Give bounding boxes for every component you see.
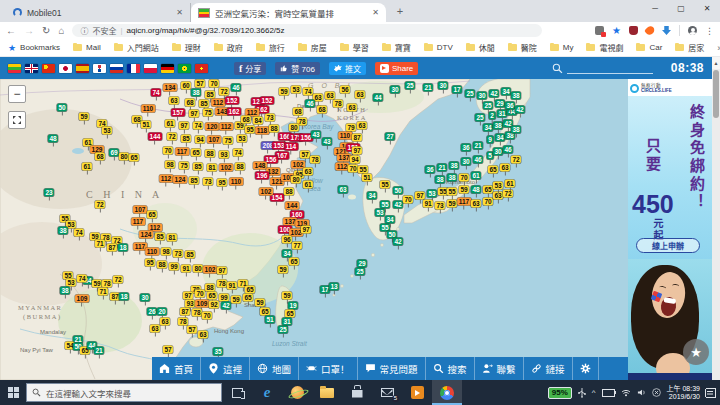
aqi-marker[interactable]: 74 — [74, 229, 84, 237]
media-player-icon[interactable] — [402, 380, 432, 405]
aqi-marker[interactable]: 69 — [109, 149, 119, 157]
star-badge-icon[interactable]: ★ — [683, 339, 709, 365]
tab-aqicn[interactable]: 亞洲空氣污染：實時空氣質量排 ✕ — [191, 3, 386, 22]
aqi-marker[interactable]: 34 — [501, 88, 511, 96]
aqi-marker[interactable]: 30 — [438, 82, 448, 90]
aqi-marker[interactable]: 65 — [488, 166, 498, 174]
aqi-marker[interactable]: 80 — [289, 124, 299, 132]
aqi-marker[interactable]: 51 — [265, 316, 275, 324]
scrollbar-thumb[interactable] — [713, 70, 719, 118]
aqi-marker[interactable]: 61 — [82, 163, 92, 171]
aqi-marker[interactable]: 99 — [219, 294, 229, 302]
aqi-marker[interactable]: 59 — [279, 88, 289, 96]
aqi-marker[interactable]: 78 — [178, 318, 188, 326]
aqi-marker[interactable]: 63 — [500, 164, 510, 172]
aqi-marker[interactable]: 30 — [390, 86, 400, 94]
aqi-marker[interactable]: 118 — [255, 127, 269, 135]
aqi-marker[interactable]: 157 — [171, 109, 185, 117]
aqi-marker[interactable]: 43 — [322, 138, 332, 146]
aqi-marker[interactable]: 55 — [358, 166, 368, 174]
germany-flag-icon[interactable] — [161, 64, 174, 73]
aqi-marker[interactable]: 35 — [213, 348, 223, 356]
bookmark-folder[interactable]: 寶寶 — [382, 42, 411, 53]
aqi-marker[interactable]: 53 — [427, 190, 437, 198]
aqi-marker[interactable]: 63 — [169, 97, 179, 105]
bookmark-folder[interactable]: Car — [636, 43, 662, 52]
aqi-marker[interactable]: 92 — [209, 301, 219, 309]
url-field[interactable]: ⓘ 不安全 | aqicn.org/map/hk/#@g/32.7039/120… — [72, 24, 542, 37]
aqi-marker[interactable]: 196 — [255, 172, 269, 180]
aqi-marker[interactable]: 80 — [193, 265, 203, 273]
aqi-marker[interactable]: 134 — [163, 84, 177, 92]
uk-flag-icon[interactable] — [25, 64, 38, 73]
battery-percent-badge[interactable]: 95% — [548, 387, 572, 399]
aqi-marker[interactable]: 44 — [373, 94, 383, 102]
aqi-marker[interactable]: 34 — [495, 134, 505, 142]
nav-item-pin[interactable]: 這裡 — [201, 357, 250, 380]
aqi-marker[interactable]: 34 — [282, 250, 292, 258]
aqi-marker[interactable]: 70 — [195, 290, 205, 298]
aqi-marker[interactable]: 120 — [205, 123, 219, 131]
aqi-marker[interactable]: 68 — [241, 116, 251, 124]
japan-flag-icon[interactable] — [59, 64, 72, 73]
tab-close-icon[interactable]: ✕ — [176, 8, 183, 17]
aqi-marker[interactable]: 63 — [355, 91, 365, 99]
aqi-marker[interactable]: 93 — [185, 300, 195, 308]
aqi-marker[interactable]: 68 — [185, 99, 195, 107]
aqi-marker[interactable]: 18 — [118, 244, 128, 252]
aqi-marker[interactable]: 73 — [435, 202, 445, 210]
aqi-marker[interactable]: 91 — [227, 282, 237, 290]
aqi-marker[interactable]: 25 — [483, 102, 493, 110]
aqi-marker[interactable]: 109 — [195, 300, 209, 308]
nav-item-gear[interactable] — [573, 357, 599, 380]
aqi-marker[interactable]: 71 — [95, 240, 105, 248]
france-flag-icon[interactable] — [127, 64, 140, 73]
page-scrollbar[interactable]: ▲ — [712, 57, 720, 380]
aqi-marker[interactable]: 71 — [98, 288, 108, 296]
aqi-marker[interactable]: 70 — [209, 80, 219, 88]
aqi-marker[interactable]: 78 — [217, 280, 227, 288]
aqi-marker[interactable]: 63 — [198, 331, 208, 339]
aqi-marker[interactable]: 38 — [493, 122, 503, 130]
aqi-marker[interactable]: 65 — [245, 286, 255, 294]
bookmark-folder[interactable]: 房屋 — [298, 42, 327, 53]
aqi-marker[interactable]: 114 — [284, 143, 298, 151]
aqi-marker[interactable]: 70 — [483, 198, 493, 206]
aqi-marker[interactable]: 102 — [219, 164, 233, 172]
aqi-marker[interactable]: 68 — [317, 106, 327, 114]
aqi-marker[interactable]: 117 — [131, 218, 145, 226]
profile-icon[interactable] — [688, 26, 697, 35]
aqi-marker[interactable]: 72 — [95, 201, 105, 209]
aqi-marker[interactable]: 88 — [235, 163, 245, 171]
extension-icon[interactable] — [595, 26, 604, 35]
aqi-marker[interactable]: 78 — [310, 156, 320, 164]
download-extension-icon[interactable] — [662, 26, 671, 35]
spain-flag-icon[interactable] — [76, 64, 89, 73]
aqi-marker[interactable]: 110 — [141, 105, 155, 113]
aqi-marker[interactable]: 70 — [202, 312, 212, 320]
aqi-marker[interactable]: 38 — [191, 89, 201, 97]
aqi-marker[interactable]: 162 — [227, 108, 241, 116]
site-search[interactable] — [552, 63, 653, 74]
usb-icon[interactable] — [578, 388, 586, 398]
aqi-marker[interactable]: 63 — [325, 92, 335, 100]
aqi-marker[interactable]: 81 — [207, 164, 217, 172]
aqi-marker[interactable]: 85 — [181, 135, 191, 143]
aqi-marker[interactable]: 97 — [415, 192, 425, 200]
aqi-marker[interactable]: 110 — [145, 248, 159, 256]
bookmark-folder[interactable]: 學習 — [340, 42, 369, 53]
aqi-marker[interactable]: 65 — [483, 186, 493, 194]
mail-icon[interactable]: 5 — [372, 380, 402, 405]
aqi-marker[interactable]: 97 — [179, 122, 189, 130]
search-input[interactable] — [567, 64, 653, 74]
aqi-marker[interactable]: 31 — [282, 318, 292, 326]
aqi-marker[interactable]: 20 — [157, 308, 167, 316]
aqi-marker[interactable]: 51 — [362, 174, 372, 182]
aqi-marker[interactable]: 25 — [405, 82, 415, 90]
nav-item-search[interactable]: 搜索 — [426, 357, 475, 380]
aqi-marker[interactable]: 102 — [259, 188, 273, 196]
aqi-marker[interactable]: 93 — [219, 151, 229, 159]
myanmar-flag-icon[interactable] — [8, 64, 21, 73]
aqi-marker[interactable]: 72 — [503, 190, 513, 198]
nav-item-mask[interactable]: 口罩！ — [299, 357, 358, 380]
